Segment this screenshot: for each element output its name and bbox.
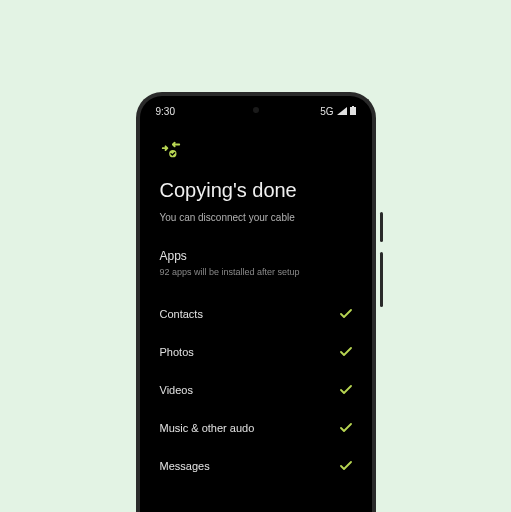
battery-icon xyxy=(350,106,356,117)
network-label: 5G xyxy=(320,106,333,117)
check-icon xyxy=(340,343,352,361)
item-label: Messages xyxy=(160,460,210,472)
list-item: Music & other audo xyxy=(160,409,352,447)
svg-rect-0 xyxy=(350,107,356,115)
check-icon xyxy=(340,305,352,323)
signal-icon xyxy=(337,106,347,117)
status-bar: 9:30 5G xyxy=(140,96,372,121)
page-subtitle: You can disconnect your cable xyxy=(160,212,352,223)
apps-section-title: Apps xyxy=(160,249,352,263)
item-label: Photos xyxy=(160,346,194,358)
list-item: Photos xyxy=(160,333,352,371)
check-icon xyxy=(340,419,352,437)
item-label: Videos xyxy=(160,384,193,396)
transfer-done-icon xyxy=(160,139,352,165)
check-icon xyxy=(340,381,352,399)
check-icon xyxy=(340,457,352,475)
phone-frame: 9:30 5G Copying's done xyxy=(136,92,376,512)
svg-rect-1 xyxy=(352,106,354,107)
page-title: Copying's done xyxy=(160,179,352,202)
item-label: Contacts xyxy=(160,308,203,320)
status-time: 9:30 xyxy=(156,106,175,117)
item-label: Music & other audo xyxy=(160,422,255,434)
list-item: Messages xyxy=(160,447,352,485)
list-item: Contacts xyxy=(160,295,352,333)
status-right: 5G xyxy=(320,106,355,117)
apps-section-subtitle: 92 apps will be installed after setup xyxy=(160,267,352,277)
list-item: Videos xyxy=(160,371,352,409)
content: Copying's done You can disconnect your c… xyxy=(140,121,372,485)
